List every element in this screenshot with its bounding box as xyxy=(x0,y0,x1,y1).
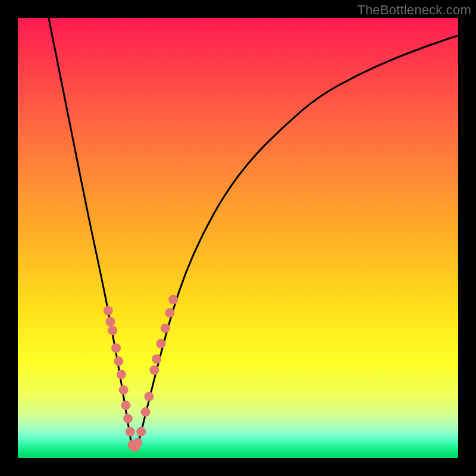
marker-dot xyxy=(119,385,129,394)
marker-dot xyxy=(141,407,151,416)
marker-dot xyxy=(145,392,154,401)
marker-dot xyxy=(165,308,174,318)
bottleneck-curve-group xyxy=(49,18,458,449)
marker-dots-group xyxy=(104,295,178,452)
marker-dot xyxy=(108,325,117,335)
marker-dot xyxy=(111,343,121,353)
marker-dot xyxy=(133,438,142,447)
marker-dot xyxy=(156,339,166,349)
marker-dot xyxy=(168,295,178,305)
bottleneck-curve xyxy=(49,18,458,449)
marker-dot xyxy=(114,356,123,366)
marker-dot xyxy=(149,365,159,375)
curve-layer xyxy=(18,18,458,458)
marker-dot xyxy=(136,427,146,437)
marker-dot xyxy=(123,414,133,423)
marker-dot xyxy=(104,306,113,315)
marker-dot xyxy=(121,400,130,410)
marker-dot xyxy=(105,317,115,327)
marker-dot xyxy=(161,324,170,333)
marker-dot xyxy=(152,355,161,364)
chart-frame: TheBottleneck.com xyxy=(0,0,476,476)
marker-dot xyxy=(126,427,135,437)
marker-dot xyxy=(117,369,126,379)
plot-area xyxy=(18,18,458,458)
watermark-text: TheBottleneck.com xyxy=(357,2,471,18)
